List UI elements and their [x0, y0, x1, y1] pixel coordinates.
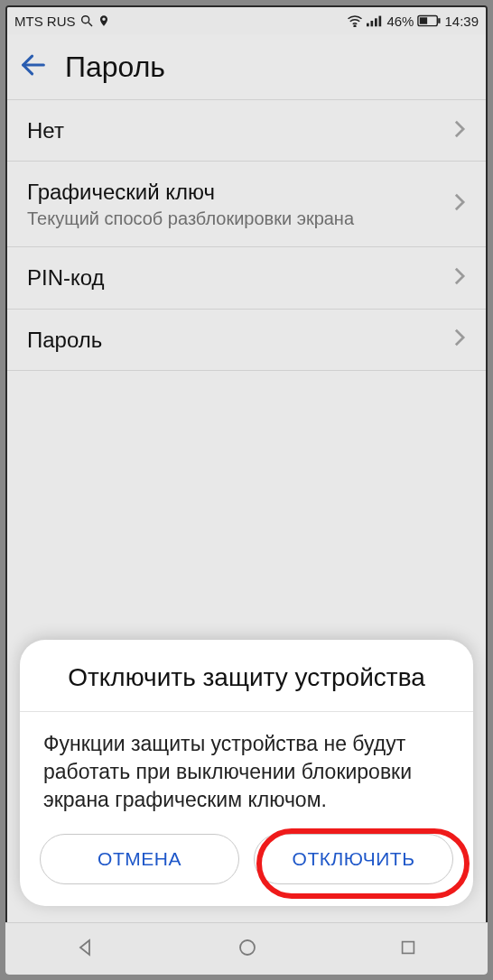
option-password[interactable]: Пароль: [7, 309, 486, 371]
option-label: Нет: [27, 116, 453, 144]
svg-point-0: [81, 16, 88, 23]
option-label: Графический ключ: [27, 178, 453, 206]
battery-icon: [417, 14, 441, 27]
confirm-button[interactable]: ОТКЛЮЧИТЬ: [254, 834, 453, 884]
option-label: PIN-код: [27, 263, 453, 291]
cancel-button-label: ОТМЕНА: [98, 848, 181, 870]
svg-rect-9: [439, 18, 441, 23]
battery-pct-label: 46%: [386, 14, 414, 29]
dialog-button-row: ОТМЕНА ОТКЛЮЧИТЬ: [20, 834, 473, 893]
svg-rect-3: [367, 23, 369, 27]
search-icon: [79, 14, 94, 28]
lock-type-list: Нет Графический ключ Текущий способ разб…: [7, 99, 486, 371]
location-icon: [98, 14, 110, 28]
dialog-body: Функции защиты устройства не будут работ…: [20, 712, 473, 834]
svg-rect-5: [375, 18, 377, 26]
svg-rect-13: [402, 941, 414, 953]
page-title: Пароль: [65, 51, 165, 84]
option-label: Пароль: [27, 326, 453, 354]
dialog-title: Отключить защиту устройства: [20, 640, 473, 710]
svg-rect-8: [420, 17, 427, 23]
svg-marker-11: [80, 940, 89, 955]
confirm-dialog: Отключить защиту устройства Функции защи…: [20, 640, 473, 906]
option-none[interactable]: Нет: [7, 99, 486, 161]
svg-rect-6: [379, 16, 382, 27]
status-bar: MTS RUS 46% 14:39: [7, 7, 486, 34]
nav-home-button[interactable]: [215, 929, 280, 969]
option-pin[interactable]: PIN-код: [7, 246, 486, 308]
back-button[interactable]: [18, 50, 49, 84]
nav-recent-button[interactable]: [377, 930, 440, 968]
svg-rect-4: [371, 21, 374, 26]
svg-point-12: [240, 940, 255, 955]
svg-line-1: [88, 23, 92, 26]
nav-back-button[interactable]: [53, 929, 118, 969]
option-sublabel: Текущий способ разблокировки экрана: [27, 208, 453, 230]
clock-label: 14:39: [444, 14, 479, 29]
chevron-right-icon: [453, 119, 466, 143]
chevron-right-icon: [453, 328, 466, 351]
carrier-label: MTS RUS: [14, 14, 76, 29]
app-header: Пароль: [7, 34, 486, 99]
option-pattern[interactable]: Графический ключ Текущий способ разблоки…: [7, 161, 486, 246]
chevron-right-icon: [453, 192, 466, 216]
confirm-button-label: ОТКЛЮЧИТЬ: [293, 848, 415, 870]
cancel-button[interactable]: ОТМЕНА: [40, 834, 239, 884]
device-frame: MTS RUS 46% 14:39 Пароль: [5, 5, 488, 975]
signal-icon: [367, 14, 383, 27]
svg-point-2: [355, 25, 357, 27]
wifi-icon: [347, 14, 363, 27]
system-nav-bar: [5, 922, 488, 975]
chevron-right-icon: [453, 266, 466, 290]
